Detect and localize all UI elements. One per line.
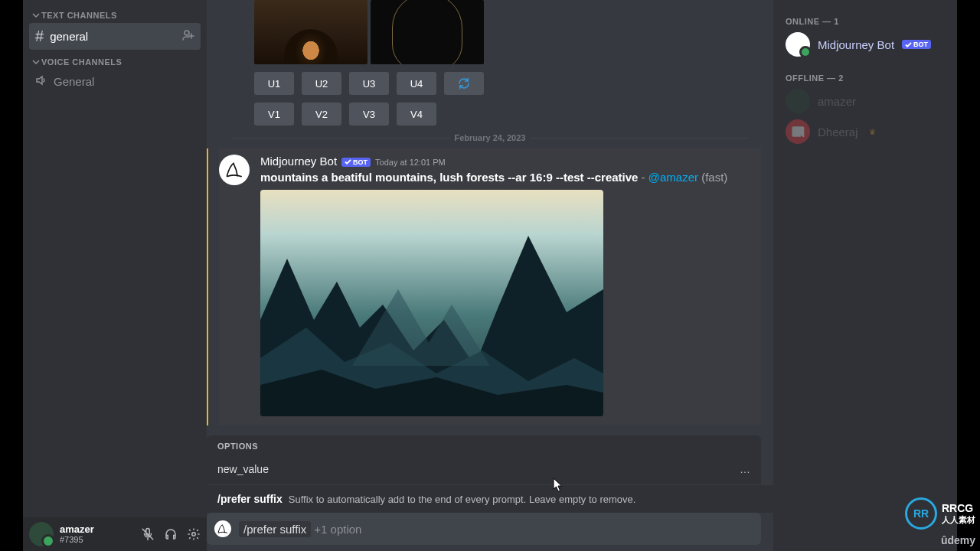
member-midjourney-bot[interactable]: Midjourney Bot BOT [779,29,951,60]
u1-button[interactable]: U1 [254,72,294,95]
command-options-panel: OPTIONS new_value … [207,435,761,484]
midjourney-icon [224,160,244,180]
discord-icon [790,124,805,139]
v4-button[interactable]: V4 [397,103,436,126]
online-header: ONLINE — 1 [786,17,945,26]
app-icon [214,520,231,537]
channel-sidebar: TEXT CHANNELS # general VOICE CHANNELS G… [23,0,207,551]
ellipsis-icon: … [740,463,750,475]
upscale-button-row: U1 U2 U3 U4 [254,72,761,95]
text-channel-general[interactable]: # general [29,23,201,50]
avatar [786,32,810,57]
v2-button[interactable]: V2 [302,103,341,126]
message-content: mountains a beatiful mountains, lush for… [260,169,761,185]
chat-main: U1 U2 U3 U4 V1 V2 V3 V4 February 24, 202… [207,0,773,551]
date-divider: February 24, 2023 [219,133,761,142]
grid-image-3[interactable] [254,0,368,64]
user-mention[interactable]: @amazer [648,171,698,184]
avatar [786,89,810,113]
u2-button[interactable]: U2 [302,72,341,95]
chevron-down-icon [32,58,40,66]
mute-icon[interactable] [141,527,155,541]
option-new-value[interactable]: new_value … [217,458,750,480]
voice-channels-header[interactable]: VOICE CHANNELS [29,50,201,70]
member-amazer[interactable]: amazer [779,86,951,116]
self-avatar[interactable] [29,522,54,546]
avatar [786,119,810,144]
message: Midjourney Bot BOT Today at 12:01 PM mou… [219,148,761,425]
grid-image-4[interactable] [371,0,484,64]
members-panel: ONLINE — 1 Midjourney Bot BOT OFFLINE — … [773,0,957,551]
text-channels-header[interactable]: TEXT CHANNELS [29,3,201,23]
u4-button[interactable]: U4 [397,72,436,95]
variation-button-row: V1 V2 V3 V4 [254,103,761,126]
add-user-icon[interactable] [182,29,194,44]
v1-button[interactable]: V1 [254,103,294,126]
self-username: amazer [60,524,94,535]
message-input[interactable]: /prefer suffix+1 option [207,513,761,545]
command-suggestion[interactable]: /prefer suffix Suffix to automatically a… [207,484,773,513]
reroll-button[interactable] [444,72,484,95]
v3-button[interactable]: V3 [349,103,389,126]
bot-tag: BOT [341,158,371,167]
image-grid-prev[interactable] [254,0,761,64]
headphones-icon[interactable] [164,527,178,541]
bot-tag: BOT [902,40,931,49]
generated-image[interactable] [260,190,603,416]
user-bar: amazer #7395 [23,517,207,551]
svg-point-4 [192,533,196,536]
offline-header: OFFLINE — 2 [786,73,945,83]
message-timestamp: Today at 12:01 PM [375,158,446,167]
speaker-icon [35,74,47,89]
self-tag: #7395 [60,535,94,544]
message-author[interactable]: Midjourney Bot [260,155,337,168]
chevron-down-icon [32,11,40,19]
member-dheeraj[interactable]: Dheeraj ♛ [779,116,951,147]
u3-button[interactable]: U3 [349,72,389,95]
hash-icon: # [35,28,44,45]
reroll-icon [457,77,471,90]
crown-icon: ♛ [869,128,876,136]
gear-icon[interactable] [187,527,201,541]
avatar[interactable] [219,155,250,185]
typed-command: /prefer suffix+1 option [239,523,361,536]
check-icon [345,158,351,165]
voice-channel-general[interactable]: General [29,70,201,93]
options-header: OPTIONS [217,442,750,451]
